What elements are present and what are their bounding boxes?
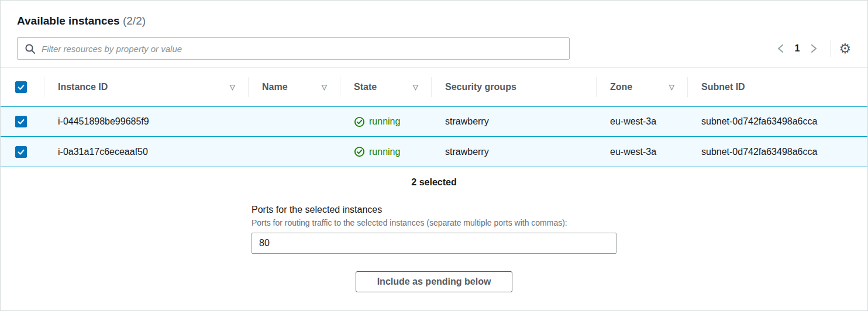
- select-all-checkbox[interactable]: [15, 81, 27, 93]
- column-label: Zone: [610, 82, 632, 92]
- cell-subnet-id: subnet-0d742fa63498a6cca: [687, 107, 867, 136]
- controls-divider: [830, 40, 831, 57]
- filter-input-container: [17, 37, 570, 60]
- row-checkbox[interactable]: [15, 116, 27, 127]
- panel-header: Available instances (2/2): [1, 1, 867, 27]
- row-select-cell: [1, 137, 44, 167]
- include-as-pending-button[interactable]: Include as pending below: [356, 271, 513, 292]
- column-header-zone[interactable]: Zone ▽: [596, 68, 687, 106]
- current-page-number: 1: [794, 43, 800, 54]
- state-label: running: [369, 147, 400, 157]
- cell-instance-id: i-04451898be99685f9: [44, 107, 248, 136]
- cell-subnet-id: subnet-0d742fa63498a6cca: [687, 137, 867, 167]
- ports-input[interactable]: [252, 233, 616, 254]
- cell-name: [248, 137, 340, 167]
- state-label: running: [369, 116, 400, 127]
- search-icon: [25, 43, 36, 54]
- sort-icon[interactable]: ▽: [230, 83, 235, 91]
- select-all-cell: [1, 68, 44, 106]
- column-header-state[interactable]: State ▽: [340, 68, 431, 106]
- column-label: Security groups: [445, 82, 516, 92]
- cell-security-groups: strawberry: [431, 137, 596, 167]
- table-header-row: Instance ID ▽ Name ▽ State ▽ Security gr…: [1, 68, 867, 106]
- pagination-controls: 1 ⚙: [772, 40, 851, 57]
- cell-instance-id: i-0a31a17c6eceaaf50: [44, 137, 248, 167]
- previous-page-button[interactable]: [772, 40, 788, 57]
- row-checkbox[interactable]: [15, 146, 27, 158]
- available-instances-panel: Available instances (2/2) 1 ⚙: [0, 0, 868, 311]
- running-status-icon: [354, 146, 365, 157]
- column-label: State: [354, 82, 377, 92]
- instance-count: (2/2): [123, 15, 146, 27]
- ports-description: Ports for routing traffic to the selecte…: [252, 218, 616, 227]
- sort-icon[interactable]: ▽: [322, 83, 327, 91]
- check-icon: [17, 118, 25, 126]
- column-header-security-groups: Security groups: [431, 68, 596, 106]
- cell-state: running: [340, 107, 431, 136]
- sort-icon[interactable]: ▽: [413, 83, 418, 91]
- table-controls: 1 ⚙: [1, 27, 867, 60]
- selection-summary: 2 selected: [1, 177, 867, 188]
- check-icon: [17, 148, 25, 156]
- chevron-right-icon: [810, 44, 818, 53]
- ports-form: Ports for the selected instances Ports f…: [252, 205, 616, 254]
- ports-label: Ports for the selected instances: [252, 205, 616, 215]
- column-label: Subnet ID: [701, 82, 745, 92]
- check-icon: [17, 83, 25, 91]
- page-title: Available instances (2/2): [17, 15, 146, 27]
- page-title-text: Available instances: [17, 15, 120, 27]
- column-header-name[interactable]: Name ▽: [248, 68, 340, 106]
- next-page-button[interactable]: [805, 40, 822, 57]
- running-status-icon: [354, 116, 365, 127]
- cell-zone: eu-west-3a: [596, 137, 687, 167]
- chevron-left-icon: [777, 44, 784, 53]
- table-row[interactable]: i-04451898be99685f9 running strawberry e…: [1, 106, 867, 137]
- row-select-cell: [1, 107, 44, 136]
- column-label: Name: [262, 82, 288, 92]
- table-row[interactable]: i-0a31a17c6eceaaf50 running strawberry e…: [1, 137, 867, 167]
- cell-security-groups: strawberry: [431, 107, 596, 136]
- column-header-instance-id[interactable]: Instance ID ▽: [44, 68, 248, 106]
- column-header-subnet-id: Subnet ID: [687, 68, 867, 106]
- cell-state: running: [340, 137, 431, 167]
- cell-name: [248, 107, 340, 136]
- sort-icon[interactable]: ▽: [669, 83, 674, 91]
- filter-input[interactable]: [36, 44, 569, 54]
- cell-zone: eu-west-3a: [596, 107, 687, 136]
- gear-icon[interactable]: ⚙: [839, 42, 851, 56]
- column-label: Instance ID: [58, 82, 108, 92]
